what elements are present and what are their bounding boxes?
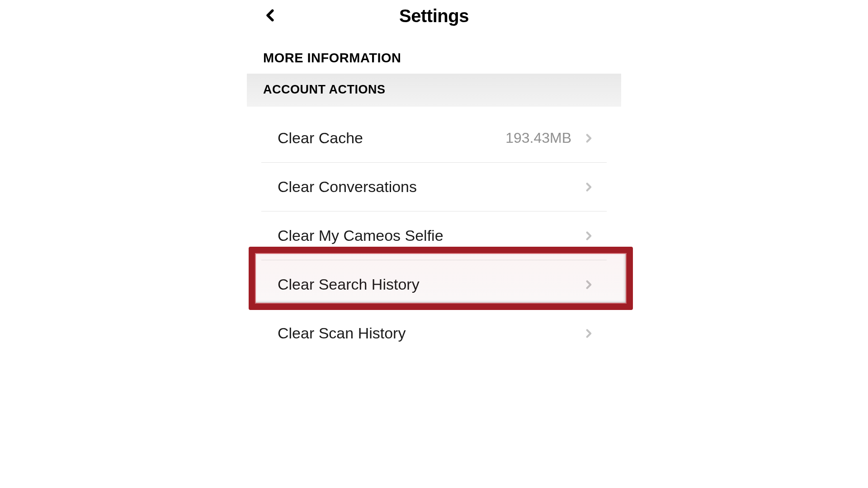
chevron-right-icon (584, 277, 593, 292)
list-item-label: Clear Search History (278, 276, 420, 293)
chevron-left-icon (264, 8, 277, 25)
clear-conversations-row[interactable]: Clear Conversations (261, 163, 607, 211)
list-item-right (584, 277, 593, 292)
header-bar: Settings (247, 0, 621, 32)
chevron-right-icon (584, 229, 593, 243)
clear-search-history-row[interactable]: Clear Search History (261, 260, 607, 309)
clear-my-cameos-selfie-row[interactable]: Clear My Cameos Selfie (261, 211, 607, 260)
list-item-label: Clear Cache (278, 129, 363, 147)
list-item-right (584, 180, 593, 194)
list-item-right (584, 326, 593, 341)
settings-screen: Settings MORE INFORMATION ACCOUNT ACTION… (247, 0, 621, 488)
clear-scan-history-row[interactable]: Clear Scan History (261, 309, 607, 357)
list-item-right (584, 229, 593, 243)
list-item-label: Clear Scan History (278, 324, 406, 342)
page-title: Settings (399, 6, 469, 26)
list-item-label: Clear Conversations (278, 178, 417, 196)
list-item-label: Clear My Cameos Selfie (278, 227, 443, 244)
chevron-right-icon (584, 326, 593, 341)
clear-cache-row[interactable]: Clear Cache 193.43MB (261, 114, 607, 163)
section-heading-more-information: MORE INFORMATION (247, 32, 621, 74)
account-actions-list: Clear Cache 193.43MB Clear Conversations (261, 114, 607, 357)
chevron-right-icon (584, 180, 593, 194)
chevron-right-icon (584, 131, 593, 145)
clear-cache-value: 193.43MB (505, 130, 571, 146)
section-heading-account-actions: ACCOUNT ACTIONS (247, 74, 621, 107)
list-item-right: 193.43MB (505, 130, 593, 146)
back-button[interactable] (260, 6, 280, 26)
